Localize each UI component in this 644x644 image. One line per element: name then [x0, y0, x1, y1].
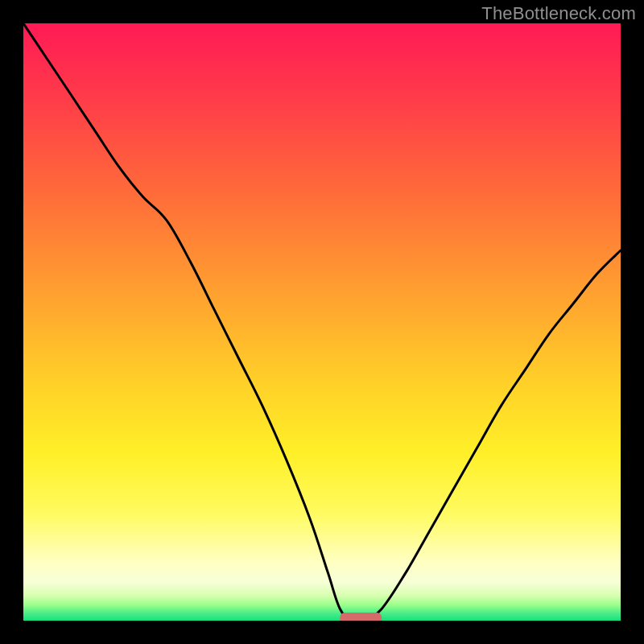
watermark-text: TheBottleneck.com — [481, 3, 636, 24]
bottleneck-curve — [23, 23, 621, 621]
chart-canvas — [23, 23, 621, 621]
plot-area — [23, 23, 621, 621]
chart-frame: TheBottleneck.com — [0, 0, 644, 644]
optimal-marker — [340, 613, 382, 621]
